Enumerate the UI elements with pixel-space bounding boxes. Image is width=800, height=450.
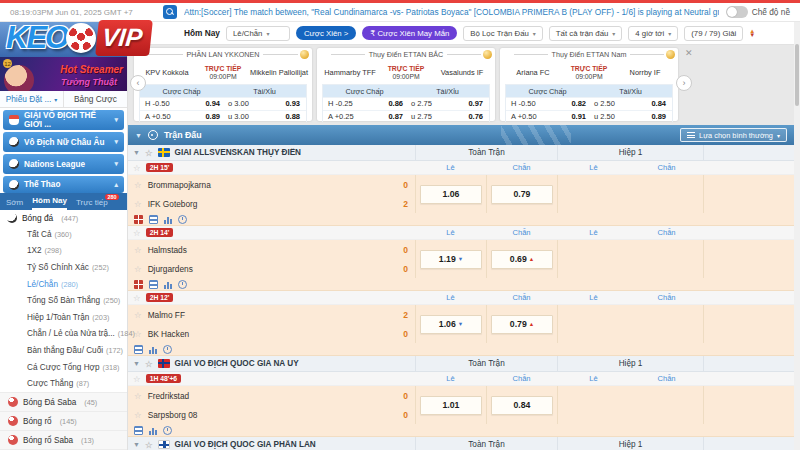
sidebar-bet-type-item[interactable]: 1X2(298) [0, 243, 127, 260]
sidebar-extra-sport-item[interactable]: Bóng rổ(145) [0, 412, 127, 431]
sidebar-extra-sport-item[interactable]: Bóng Đá Saba(45) [0, 393, 127, 412]
match-history-icon[interactable] [163, 426, 172, 435]
match-history-icon[interactable] [178, 280, 187, 289]
collapse-chevron-icon[interactable]: ▼ [133, 360, 140, 367]
subtab-live[interactable]: Trực tiếp 280 [76, 198, 108, 210]
team-name[interactable]: Malmo FF [148, 310, 185, 320]
match-list-icon[interactable] [149, 280, 158, 289]
sort-icon[interactable]: ▲▼ [749, 29, 755, 38]
over-under-odds[interactable]: 0.93 [264, 99, 306, 108]
over-under-odds[interactable]: 0.84 [630, 99, 672, 108]
sidebar-section[interactable]: GIẢI VÔ ĐỊCH THẾ GIỚI ...▾ [3, 110, 124, 130]
over-under-odds[interactable]: 0.89 [630, 112, 672, 121]
match-history-icon[interactable] [163, 345, 172, 354]
tab-bet-slip[interactable]: Phiếu Đặt ... ▾ [0, 91, 64, 107]
coin-icon[interactable] [483, 50, 492, 59]
handicap-odds[interactable]: 0.82 [544, 99, 594, 108]
sidebar-section[interactable]: Vô Địch Nữ Châu Âu▾ [3, 132, 124, 152]
over-under-odds[interactable]: 0.97 [447, 99, 489, 108]
favorite-star-icon[interactable]: ☆ [134, 329, 142, 339]
collapse-chevron-icon[interactable]: ▼ [133, 149, 140, 156]
carousel-next-button[interactable]: › [676, 75, 692, 91]
over-under-odds[interactable]: 0.76 [447, 112, 489, 121]
all-matches-select[interactable]: Tất cả trận đấu ▾ [549, 26, 622, 41]
coin-icon[interactable] [666, 50, 675, 59]
favorite-star-icon[interactable]: ☆ [134, 180, 142, 190]
handicap-odds[interactable]: 0.91 [544, 112, 594, 121]
team-name[interactable]: Halmstads [148, 245, 187, 255]
coin-icon[interactable] [300, 50, 309, 59]
sidebar-extra-sport-item[interactable]: Bóng rổ Saba(13) [0, 431, 127, 450]
even-odds-button[interactable]: 0.79 [491, 185, 553, 204]
bet-card-icon[interactable] [134, 280, 143, 289]
search-icon[interactable] [163, 5, 177, 19]
favorite-star-icon[interactable]: ☆ [145, 440, 153, 450]
team-name[interactable]: Djurgardens [148, 264, 193, 274]
odd-even-select[interactable]: Lẻ/Chẵn ▾ [226, 26, 290, 41]
favorite-star-icon[interactable]: ☆ [133, 163, 141, 173]
match-filter-select[interactable]: Bộ Lọc Trận Đấu ▾ [463, 26, 543, 41]
team-name[interactable]: Fredrikstad [148, 391, 190, 401]
handicap-odds[interactable]: 0.87 [361, 112, 411, 121]
collapse-chevron-icon[interactable]: ▼ [135, 132, 142, 139]
handicap-odds[interactable]: 0.86 [361, 99, 411, 108]
carousel-prev-button[interactable]: ‹ [130, 75, 146, 91]
handicap-odds[interactable]: 0.94 [178, 99, 228, 108]
sidebar-bet-type-item[interactable]: Chẵn / Lẻ của Nửa trậ...(184) [0, 326, 127, 343]
scrollbar-thumb[interactable] [795, 44, 799, 106]
match-history-icon[interactable] [178, 215, 187, 224]
even-odds-button[interactable]: 0.84 [491, 396, 553, 415]
sidebar-bet-type-item[interactable]: Bàn thắng Đầu/ Cuối(172) [0, 342, 127, 359]
team-name[interactable]: Brommapojkarna [148, 180, 211, 190]
parlay-button[interactable]: Cược Xiên > [296, 26, 356, 40]
favorite-star-icon[interactable]: ☆ [134, 245, 142, 255]
match-list-icon[interactable] [149, 215, 158, 224]
match-list-icon[interactable] [134, 345, 143, 354]
match-list-icon[interactable] [134, 426, 143, 435]
favorite-star-icon[interactable]: ☆ [145, 359, 153, 369]
favorite-star-icon[interactable]: ☆ [145, 148, 153, 158]
odd-odds-button[interactable]: 1.01 [420, 396, 482, 415]
league-count-chip[interactable]: (79 / 79) Giải [684, 26, 743, 41]
stats-chart-icon[interactable] [149, 345, 157, 354]
close-icon[interactable]: ✕ [685, 48, 693, 58]
favorite-star-icon[interactable]: ☆ [134, 310, 142, 320]
keovip-logo[interactable]: KEO VIP [6, 13, 151, 63]
favorite-star-icon[interactable]: ☆ [133, 228, 141, 238]
favorite-star-icon[interactable]: ☆ [133, 293, 141, 303]
sidebar-bet-type-item[interactable]: Cá Cược Tổng Hợp(318) [0, 359, 127, 376]
stats-chart-icon[interactable] [149, 426, 157, 435]
view-mode-button[interactable]: Lựa chọn bình thường ▾ [680, 128, 787, 142]
collapse-chevron-icon[interactable]: ▼ [133, 441, 140, 448]
favorite-star-icon[interactable]: ☆ [134, 264, 142, 274]
sidebar-section[interactable]: Nations League▾ [3, 154, 124, 174]
team-name[interactable]: BK Hacken [148, 329, 190, 339]
lucky-parlay-button[interactable]: ₹ Cược Xiên May Mắn [362, 26, 457, 40]
favorite-star-icon[interactable]: ☆ [133, 374, 141, 384]
odd-odds-button[interactable]: 1.06 [420, 185, 482, 204]
subtab-today[interactable]: Hôm Nay [32, 196, 67, 210]
favorite-star-icon[interactable]: ☆ [134, 391, 142, 401]
over-under-odds[interactable]: 0.88 [264, 112, 306, 121]
stats-chart-icon[interactable] [164, 280, 172, 289]
page-scrollbar[interactable] [794, 22, 800, 450]
team-name[interactable]: IFK Goteborg [148, 199, 198, 209]
dark-mode-toggle[interactable] [726, 6, 748, 18]
subtab-early[interactable]: Sớm [6, 198, 23, 210]
sidebar-item-soccer[interactable]: Bóng đá (447) [0, 210, 127, 226]
odd-odds-button[interactable]: 1.06▼ [420, 315, 482, 334]
sidebar-item-the-thao[interactable]: Thế Thao ▴ [3, 176, 124, 193]
tab-bet-board[interactable]: Bảng Cược [64, 91, 127, 107]
team-name[interactable]: Sarpsborg 08 [148, 410, 198, 420]
hours-select[interactable]: 4 giờ tới ▾ [628, 26, 678, 41]
sidebar-bet-type-item[interactable]: Cược Thắng(87) [0, 375, 127, 392]
sidebar-bet-type-item[interactable]: Tất Cả(360) [0, 226, 127, 243]
favorite-star-icon[interactable]: ☆ [134, 199, 142, 209]
sidebar-bet-type-item[interactable]: Hiệp 1/Toàn Trận(203) [0, 309, 127, 326]
even-odds-button[interactable]: 0.79▲ [491, 315, 553, 334]
sidebar-bet-type-item[interactable]: Lẻ/Chẵn(280) [0, 276, 127, 293]
bet-card-icon[interactable] [134, 215, 143, 224]
sidebar-bet-type-item[interactable]: Tỷ Số Chính Xác(252) [0, 259, 127, 276]
even-odds-button[interactable]: 0.69▲ [491, 250, 553, 269]
odd-odds-button[interactable]: 1.19▼ [420, 250, 482, 269]
